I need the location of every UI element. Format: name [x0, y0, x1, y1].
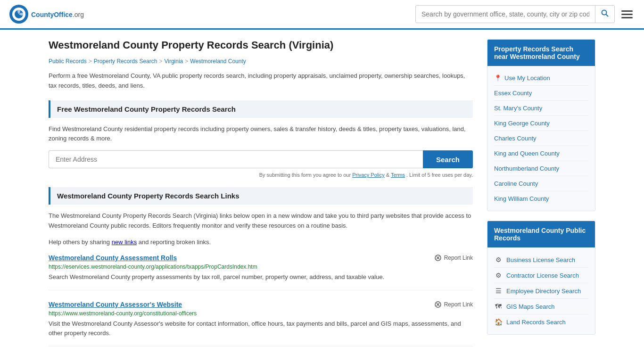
address-form: Search	[49, 150, 473, 168]
breadcrumb-public-records[interactable]: Public Records	[49, 58, 87, 65]
logo-icon	[9, 5, 28, 24]
search-icon	[601, 9, 609, 17]
report-link-button-2[interactable]: Report Link	[434, 301, 473, 308]
land-records-link[interactable]: Land Records Search	[506, 319, 566, 326]
links-section-header: Westmoreland County Property Records Sea…	[49, 187, 473, 205]
land-records-item: 🏠 Land Records Search	[494, 314, 588, 329]
king-william-county-link[interactable]: King William County	[494, 195, 549, 202]
nearby-king-william: King William County	[494, 191, 588, 206]
nearby-king-and-queen: King and Queen County	[494, 146, 588, 161]
public-records-body: ⚙ Business License Search ⚙ Contractor L…	[487, 247, 595, 334]
report-icon	[434, 254, 442, 262]
header-search-button[interactable]	[595, 6, 614, 23]
free-search-section: Free Westmoreland County Property Record…	[49, 100, 473, 178]
assessor-desc: Visit the Westmoreland County Assessor's…	[49, 319, 473, 337]
logo-text: CountyOffice.org	[31, 9, 84, 19]
charles-county-link[interactable]: Charles County	[494, 135, 537, 142]
business-license-item: ⚙ Business License Search	[494, 252, 588, 268]
gis-maps-item: 🗺 GIS Maps Search	[494, 299, 588, 314]
gear-icon-2: ⚙	[494, 272, 503, 279]
assessor-website-link[interactable]: Westmoreland County Assessor's Website	[49, 301, 182, 308]
links-description: The Westmoreland County Property Records…	[49, 211, 473, 231]
header-right	[415, 5, 635, 23]
home-icon: 🏠	[494, 318, 503, 326]
report-link-button[interactable]: Report Link	[434, 254, 473, 262]
page-title: Westmoreland County Property Records Sea…	[49, 39, 473, 51]
header-search-bar	[415, 5, 615, 23]
assessment-rolls-desc: Search Westmoreland County property asse…	[49, 272, 473, 282]
northumberland-county-link[interactable]: Northumberland County	[494, 165, 559, 172]
privacy-policy-link[interactable]: Privacy Policy	[352, 172, 384, 178]
header-search-input[interactable]	[416, 7, 595, 22]
sidebar: Property Records Search near Westmorelan…	[487, 39, 595, 357]
breadcrumb-westmoreland-county[interactable]: Westmoreland County	[190, 58, 246, 65]
link-item: Westmoreland County Assessor's Website R…	[49, 301, 473, 346]
king-george-county-link[interactable]: King George County	[494, 120, 550, 127]
use-location[interactable]: 📍 Use My Location	[494, 71, 588, 86]
employee-directory-item: ☰ Employee Directory Search	[494, 283, 588, 299]
nearby-box: Property Records Search near Westmorelan…	[487, 39, 595, 211]
nearby-essex: Essex County	[494, 86, 588, 101]
link-item: Westmoreland County Assessment Rolls Rep…	[49, 254, 473, 291]
form-note: By submitting this form you agree to our…	[49, 172, 473, 178]
site-header: CountyOffice.org	[0, 0, 644, 30]
logo: CountyOffice.org	[9, 5, 84, 24]
breadcrumb-property-records-search[interactable]: Property Records Search	[94, 58, 157, 65]
address-input[interactable]	[49, 150, 423, 168]
breadcrumb: Public Records > Property Records Search…	[49, 58, 473, 65]
nearby-charles: Charles County	[494, 131, 588, 146]
share-text: Help others by sharing new links and rep…	[49, 238, 473, 247]
new-links-link[interactable]: new links	[112, 239, 137, 246]
page-description: Perform a free Westmoreland County, VA p…	[49, 71, 473, 91]
list-icon: ☰	[494, 287, 503, 295]
business-license-link[interactable]: Business License Search	[506, 256, 575, 263]
assessment-rolls-link[interactable]: Westmoreland County Assessment Rolls	[49, 254, 177, 262]
free-search-header: Free Westmoreland County Property Record…	[49, 100, 473, 118]
nearby-caroline: Caroline County	[494, 176, 588, 191]
terms-link[interactable]: Terms	[391, 172, 405, 178]
nearby-st-marys: St. Mary's County	[494, 101, 588, 116]
map-icon: 🗺	[494, 303, 503, 310]
nearby-body: 📍 Use My Location Essex County St. Mary'…	[487, 66, 595, 211]
breadcrumb-virginia[interactable]: Virginia	[164, 58, 183, 65]
main-content: Westmoreland County Property Records Sea…	[49, 39, 473, 357]
use-my-location-link[interactable]: Use My Location	[504, 74, 550, 82]
caroline-county-link[interactable]: Caroline County	[494, 180, 538, 187]
king-and-queen-county-link[interactable]: King and Queen County	[494, 150, 560, 157]
main-container: Westmoreland County Property Records Sea…	[39, 30, 605, 362]
search-button[interactable]: Search	[423, 150, 473, 168]
svg-point-3	[602, 10, 607, 15]
nearby-king-george: King George County	[494, 116, 588, 131]
public-records-box: Westmoreland County Public Records ⚙ Bus…	[487, 221, 595, 335]
report-icon-2	[434, 301, 442, 308]
st-marys-county-link[interactable]: St. Mary's County	[494, 105, 542, 112]
assessor-url: https://www.westmoreland-county.org/cons…	[49, 310, 473, 317]
employee-directory-link[interactable]: Employee Directory Search	[506, 288, 581, 295]
nearby-header: Property Records Search near Westmorelan…	[487, 40, 595, 66]
public-records-header: Westmoreland County Public Records	[487, 221, 595, 247]
gis-maps-link[interactable]: GIS Maps Search	[506, 303, 555, 310]
nearby-northumberland: Northumberland County	[494, 161, 588, 176]
hamburger-button[interactable]	[619, 8, 635, 20]
essex-county-link[interactable]: Essex County	[494, 90, 532, 97]
gear-icon: ⚙	[494, 256, 503, 263]
contractor-license-item: ⚙ Contractor License Search	[494, 268, 588, 283]
assessment-rolls-url: https://eservices.westmoreland-county.or…	[49, 263, 473, 270]
links-section: Westmoreland County Property Records Sea…	[49, 187, 473, 346]
location-pin-icon: 📍	[494, 74, 502, 82]
free-search-text: Find Westmoreland County residential pro…	[49, 124, 473, 144]
svg-line-4	[606, 15, 609, 17]
contractor-license-link[interactable]: Contractor License Search	[506, 272, 579, 279]
